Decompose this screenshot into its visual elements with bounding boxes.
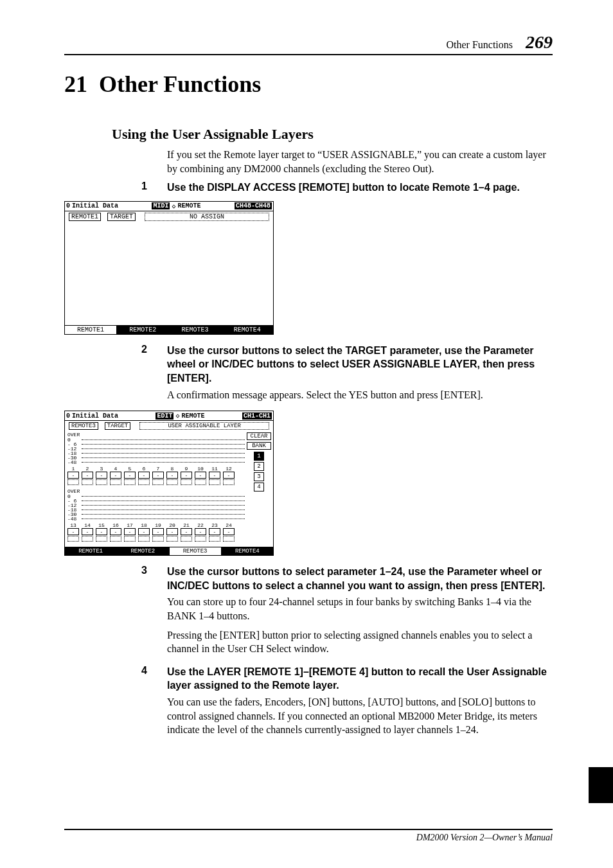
meter-tick: -30 <box>67 512 245 517</box>
bank-button-4[interactable]: 4 <box>254 483 264 492</box>
lcd2-tab-remote1[interactable]: REMOTE1 <box>65 547 117 555</box>
header-rule <box>64 54 553 55</box>
channel-slot-15[interactable]: 15- <box>96 522 107 542</box>
channel-slot-9[interactable]: 9- <box>181 466 192 485</box>
channel-slot-16[interactable]: 16- <box>110 522 121 542</box>
channel-slot-18[interactable]: 18- <box>138 522 150 542</box>
channel-assign-box[interactable]: - <box>195 472 206 479</box>
channel-number: 2 <box>82 466 93 472</box>
lcd-screenshot-2: 0 Initial Data EDIT ◇ REMOTE CH1-CH1 REM… <box>64 411 553 556</box>
channel-assign-box[interactable]: - <box>82 472 93 479</box>
channel-number: 21 <box>181 522 192 528</box>
meter-tick: -48 <box>67 517 245 521</box>
step-1-head: Use the DISPLAY ACCESS [REMOTE] button t… <box>167 181 553 195</box>
meter-tick: 0 <box>67 438 245 442</box>
meter-tick: -18 <box>67 508 245 512</box>
channel-number: 13 <box>67 522 79 528</box>
channel-assign-box[interactable]: - <box>110 528 121 535</box>
channel-assign-box[interactable]: - <box>82 528 93 535</box>
channel-number: 15 <box>96 522 107 528</box>
channel-slot-3[interactable]: 3- <box>96 466 107 485</box>
target-value: NO ASSIGN <box>145 213 269 221</box>
channel-slot-11[interactable]: 11- <box>209 466 220 485</box>
channel-number: 9 <box>181 466 192 472</box>
bank-button-1[interactable]: 1 <box>254 452 264 461</box>
channel-slot-19[interactable]: 19- <box>152 522 164 542</box>
channel-meter-box <box>223 479 235 485</box>
channel-slot-10[interactable]: 10- <box>195 466 206 485</box>
lcd2-tab-remote2[interactable]: REMOTE2 <box>117 547 169 555</box>
channel-assign-box[interactable]: - <box>195 528 206 535</box>
channel-slot-22[interactable]: 22- <box>195 522 206 542</box>
step-2: 2 Use the cursor buttons to select the T… <box>141 344 553 407</box>
channel-meter-box <box>110 479 121 485</box>
lcd2-tab-remote4[interactable]: REMOTE4 <box>222 547 273 555</box>
channel-slot-7[interactable]: 7- <box>152 466 164 485</box>
step-2-para: A confirmation message appears. Select t… <box>167 388 553 402</box>
channel-assign-box[interactable]: - <box>181 528 192 535</box>
scene-name: Initial Data <box>72 412 118 420</box>
channel-meter-box <box>152 536 164 542</box>
channel-slot-5[interactable]: 5- <box>124 466 136 485</box>
channel-assign-box[interactable]: - <box>166 472 178 479</box>
lcd2-tab-remote3[interactable]: REMOTE3 <box>170 547 222 555</box>
channel-number: 22 <box>195 522 206 528</box>
footer: DM2000 Version 2—Owner’s Manual <box>64 829 553 843</box>
channel-assign-box[interactable]: - <box>223 528 235 535</box>
channel-assign-box[interactable]: - <box>223 472 235 479</box>
subpage-box: REMOTE3 <box>69 422 98 430</box>
channel-assign-box[interactable]: - <box>67 528 79 535</box>
meter-tick: -18 <box>67 451 245 456</box>
lcd1-tab-remote2[interactable]: REMOTE2 <box>117 326 169 334</box>
channel-number: 7 <box>152 466 164 472</box>
channel-number: 3 <box>96 466 107 472</box>
channel-number: 5 <box>124 466 136 472</box>
channel-slot-1[interactable]: 1- <box>67 466 79 485</box>
channel-meter-box <box>110 536 121 542</box>
channel-slot-21[interactable]: 21- <box>181 522 192 542</box>
channel-meter-box <box>209 479 220 485</box>
channel-number: 23 <box>209 522 220 528</box>
channel-assign-box[interactable]: - <box>110 472 121 479</box>
channel-assign-box[interactable]: - <box>124 528 136 535</box>
channel-assign-box[interactable]: - <box>96 528 107 535</box>
channel-number: 19 <box>152 522 164 528</box>
channel-assign-box[interactable]: - <box>67 472 79 479</box>
step-4-head: Use the LAYER [REMOTE 1]–[REMOTE 4] butt… <box>167 665 553 693</box>
channel-assign-box[interactable]: - <box>138 472 150 479</box>
channel-slot-14[interactable]: 14- <box>82 522 93 542</box>
header-title: Other Functions <box>446 39 513 50</box>
lcd1-tab-remote1[interactable]: REMOTE1 <box>65 326 117 334</box>
channel-slot-8[interactable]: 8- <box>166 466 178 485</box>
channel-meter-box <box>209 536 220 542</box>
lcd1-tab-remote3[interactable]: REMOTE3 <box>170 326 222 334</box>
channel-slot-4[interactable]: 4- <box>110 466 121 485</box>
bank-button-2[interactable]: 2 <box>254 462 264 471</box>
channel-assign-box[interactable]: - <box>124 472 136 479</box>
channel-assign-box[interactable]: - <box>138 528 150 535</box>
chapter-title: 21 Other Functions <box>64 71 553 98</box>
channel-slot-24[interactable]: 24- <box>223 522 235 542</box>
channel-slot-17[interactable]: 17- <box>124 522 136 542</box>
lcd1-tab-remote4[interactable]: REMOTE4 <box>222 326 273 334</box>
channel-assign-box[interactable]: - <box>209 528 220 535</box>
channel-number: 12 <box>223 466 235 472</box>
channel-slot-6[interactable]: 6- <box>138 466 150 485</box>
channel-slot-13[interactable]: 13- <box>67 522 79 542</box>
channel-assign-box[interactable]: - <box>181 472 192 479</box>
channel-slot-20[interactable]: 20- <box>166 522 178 542</box>
channel-assign-box[interactable]: - <box>209 472 220 479</box>
channel-assign-box[interactable]: - <box>166 528 178 535</box>
channel-slot-12[interactable]: 12- <box>223 466 235 485</box>
channel-assign-box[interactable]: - <box>96 472 107 479</box>
channel-assign-box[interactable]: - <box>152 472 164 479</box>
step-3-para2: Pressing the [ENTER] button prior to sel… <box>167 628 553 656</box>
step-3-para1: You can store up to four 24-channel setu… <box>167 595 553 623</box>
subpage-box: REMOTE1 <box>69 213 101 221</box>
channel-slot-23[interactable]: 23- <box>209 522 220 542</box>
channel-slot-2[interactable]: 2- <box>82 466 93 485</box>
target-value: USER ASSIGNABLE LAYER <box>139 422 269 430</box>
clear-button[interactable]: CLEAR <box>247 432 271 440</box>
bank-button-3[interactable]: 3 <box>254 472 264 481</box>
channel-assign-box[interactable]: - <box>152 528 164 535</box>
